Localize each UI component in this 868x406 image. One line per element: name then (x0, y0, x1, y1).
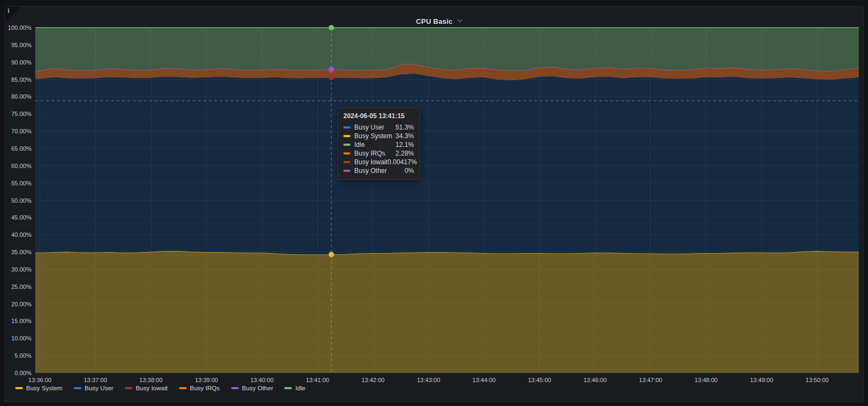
legend-item-busy-user[interactable]: Busy User (74, 385, 113, 391)
tooltip-series-label: Idle (354, 141, 395, 149)
tooltip-series-value: 2.28% (395, 150, 414, 157)
tooltip-series-value: 0% (405, 167, 414, 175)
legend-label: Busy System (26, 385, 62, 391)
legend-item-idle[interactable]: Idle (284, 385, 305, 391)
legend-swatch-icon (74, 387, 81, 389)
panel-title[interactable]: CPU Basic (416, 17, 453, 25)
tooltip-series-value: 51.3% (395, 124, 414, 131)
legend-item-busy-other[interactable]: Busy Other (231, 385, 273, 391)
legend-swatch-icon (284, 387, 292, 389)
legend-item-busy-irqs[interactable]: Busy IRQs (179, 385, 220, 391)
tooltip-series-value: 0.00417% (387, 158, 417, 166)
series-swatch-icon (343, 170, 350, 172)
tooltip-row: Idle 12.1% (343, 140, 414, 149)
legend-label: Busy User (85, 385, 113, 391)
tooltip-row: Busy User 51.3% (343, 123, 414, 132)
tooltip-series-value: 34.3% (395, 132, 414, 140)
tooltip-series-value: 12.1% (395, 141, 414, 149)
series-swatch-icon (343, 152, 350, 154)
series-swatch-icon (343, 161, 350, 163)
tooltip-series-label: Busy Iowait (354, 158, 387, 166)
info-icon: i (8, 7, 9, 15)
tooltip-row: Busy System 34.3% (343, 132, 414, 140)
legend-label: Busy IRQs (190, 385, 220, 391)
legend-item-busy-system[interactable]: Busy System (15, 385, 62, 391)
grafana-dashboard-page: CPU Basic i 0.00%5.00%10.00%15.00%20.00%… (0, 0, 868, 406)
series-swatch-icon (343, 144, 350, 146)
chart-tooltip: 2024-06-05 13:41:15 Busy User 51.3% Busy… (337, 107, 420, 180)
series-swatch-icon (343, 135, 350, 137)
panel-header[interactable]: CPU Basic (9, 12, 868, 30)
legend-swatch-icon (15, 387, 23, 389)
tooltip-row: Busy Iowait 0.00417% (343, 158, 414, 166)
legend-item-busy-iowait[interactable]: Busy Iowait (125, 385, 168, 391)
legend-swatch-icon (231, 387, 239, 389)
series-swatch-icon (343, 126, 350, 128)
legend-label: Busy Other (242, 385, 273, 391)
legend-swatch-icon (179, 387, 187, 389)
cpu-basic-panel: CPU Basic (4, 6, 864, 402)
tooltip-series-label: Busy User (354, 124, 395, 131)
tooltip-series-label: Busy IRQs (354, 150, 395, 157)
chart-legend: Busy System Busy User Busy Iowait Busy I… (15, 385, 305, 391)
tooltip-timestamp: 2024-06-05 13:41:15 (343, 112, 414, 120)
legend-label: Busy Iowait (136, 385, 168, 391)
chevron-down-icon (457, 17, 463, 22)
legend-label: Idle (295, 385, 305, 391)
tooltip-series-label: Busy System (354, 132, 395, 140)
tooltip-series-label: Busy Other (354, 167, 397, 175)
legend-swatch-icon (125, 387, 132, 389)
tooltip-row: Busy Other 0% (343, 166, 414, 175)
tooltip-row: Busy IRQs 2.28% (343, 149, 414, 158)
